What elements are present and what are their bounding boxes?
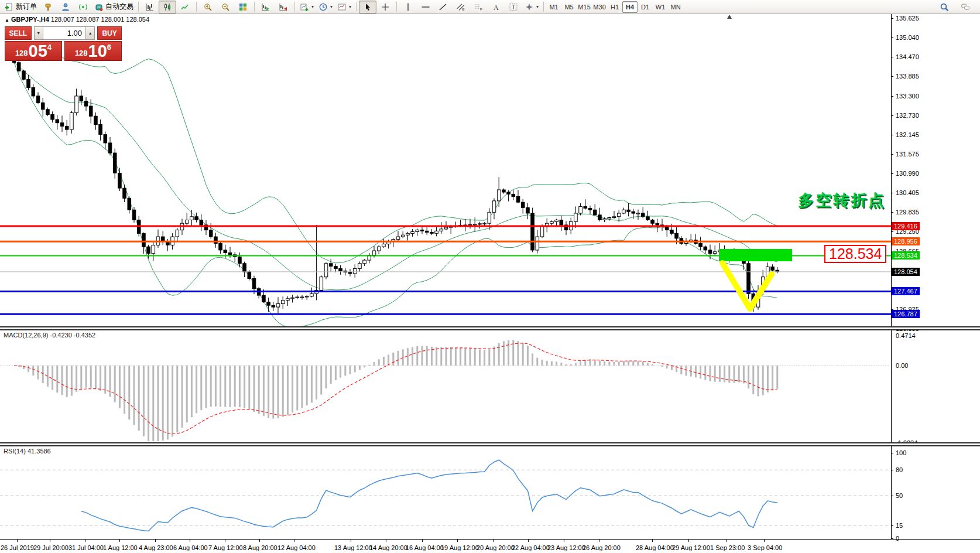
vertical-line-button[interactable] [399, 1, 417, 13]
time-tick [225, 540, 225, 542]
panel-splitter-rsi[interactable] [0, 442, 980, 446]
autotrade-button[interactable]: 自动交易 [92, 1, 136, 13]
candle-body [771, 267, 775, 271]
price-badge: 128.956 [892, 237, 920, 245]
time-axis-label: 14 Aug 20:00 [369, 544, 407, 551]
auto-scroll-button[interactable] [257, 1, 275, 13]
period-button[interactable]: ▾ [316, 1, 335, 13]
candle-body [252, 279, 256, 289]
panel-splitter-macd[interactable] [0, 326, 980, 330]
time-tick [351, 540, 351, 542]
price-tick-label: 129.835 [896, 209, 919, 216]
arrows-button[interactable]: ▾ [522, 1, 541, 13]
candle-body [324, 264, 328, 277]
candle-body [670, 230, 674, 234]
candle-body [704, 247, 707, 250]
time-axis-label: 12 Aug 04:00 [277, 544, 316, 551]
signal-icon [78, 2, 88, 12]
toolbar-separator [294, 2, 295, 12]
vline-icon [403, 2, 413, 12]
price-flag-label[interactable]: 128.534 [824, 245, 886, 263]
volume-input[interactable]: 1.00 [43, 26, 85, 40]
macd-panel[interactable] [0, 340, 891, 442]
macd-axis-max: 0.4714 [896, 332, 916, 339]
styler-button[interactable] [39, 1, 57, 13]
candle-body [99, 125, 102, 135]
candle-chart-button[interactable] [159, 1, 176, 13]
candles-icon [163, 2, 172, 12]
candle-body [36, 96, 40, 103]
timeframe-mn-button[interactable]: MN [668, 1, 683, 13]
chart-shift-button[interactable] [275, 1, 292, 13]
rsi-label: RSI(14) 41.3586 [4, 448, 51, 455]
buy-button[interactable]: BUY [97, 26, 122, 40]
market-button[interactable] [57, 1, 74, 13]
timeframe-m1-button[interactable]: M1 [546, 1, 561, 13]
crosshair-button[interactable] [376, 1, 394, 13]
candle-body [248, 272, 251, 278]
linechart-icon [180, 2, 190, 12]
text-label-button[interactable]: T [505, 1, 522, 13]
fibonacci-button[interactable]: F [470, 1, 487, 13]
rsi-panel[interactable] [0, 460, 891, 531]
toolbar-separator [138, 2, 139, 12]
timeframe-m5-button[interactable]: M5 [561, 1, 577, 13]
equidistant-channel-button[interactable]: E [452, 1, 470, 13]
tile-windows-button[interactable] [234, 1, 252, 13]
template-button[interactable]: ▾ [335, 1, 354, 13]
volume-increase-button[interactable]: ▲ [85, 26, 95, 40]
textA-icon: A [491, 2, 501, 12]
candle-body [574, 213, 578, 221]
candle-body [310, 293, 314, 296]
chart-canvas[interactable] [0, 0, 980, 553]
trendline-button[interactable] [434, 1, 452, 13]
timeframe-d1-button[interactable]: D1 [638, 1, 653, 13]
text-button[interactable]: A [487, 1, 505, 13]
one-click-trading-panel: SELL ▼ 1.00 ▲ BUY 128 05 4 128 10 6 [5, 26, 122, 61]
timeframe-w1-button[interactable]: W1 [653, 1, 668, 13]
green-rectangle-object[interactable] [719, 249, 792, 261]
quote-open: 128.007 [51, 16, 74, 23]
signals-button[interactable] [74, 1, 92, 13]
timeframe-m30-button[interactable]: M30 [592, 1, 607, 13]
candle-body [142, 233, 146, 247]
bar-chart-button[interactable] [141, 1, 159, 13]
candle-body [276, 303, 280, 307]
buy-price-sup: 6 [107, 43, 111, 52]
cursor-button[interactable] [359, 1, 376, 13]
time-axis-label: 1 Aug 12:00 [103, 544, 138, 551]
candle-body [588, 209, 592, 210]
sell-button[interactable]: SELL [5, 26, 32, 40]
new-chart-button[interactable]: ▾ [297, 1, 316, 13]
chart-shift-marker[interactable] [727, 15, 732, 19]
zoom-in-button[interactable] [199, 1, 217, 13]
timeframe-h4-button[interactable]: H4 [622, 1, 638, 13]
timeframe-h1-button[interactable]: H1 [607, 1, 622, 13]
horizontal-line-button[interactable] [417, 1, 434, 13]
robot-icon [94, 2, 104, 12]
candle-body [267, 302, 270, 306]
svg-text:E: E [462, 8, 465, 11]
zoom-out-button[interactable] [217, 1, 234, 13]
time-axis-label: 19 Aug 12:00 [441, 544, 479, 551]
candle-body [348, 272, 352, 274]
chat-icon[interactable] [957, 1, 974, 13]
buy-price-tile[interactable]: 128 10 6 [64, 41, 122, 61]
bars-icon [145, 2, 155, 12]
candle-body [22, 71, 26, 79]
timeframe-m15-button[interactable]: M15 [577, 1, 592, 13]
search-icon[interactable] [936, 1, 953, 13]
candle-body [488, 212, 491, 223]
volume-decrease-button[interactable]: ▼ [34, 26, 43, 40]
time-axis-label: 20 Aug 20:00 [477, 544, 515, 551]
annotation-text[interactable]: 多空转折点 [798, 190, 886, 211]
candle-body [492, 201, 496, 212]
new-order-button[interactable]: 新订单 [2, 1, 39, 13]
line-chart-button[interactable] [176, 1, 194, 13]
hline-icon [421, 2, 430, 12]
candle-body [113, 153, 116, 173]
candle-body [536, 237, 539, 250]
main-plot[interactable] [12, 55, 779, 327]
candle-body [60, 123, 64, 127]
sell-price-tile[interactable]: 128 05 4 [5, 41, 62, 61]
